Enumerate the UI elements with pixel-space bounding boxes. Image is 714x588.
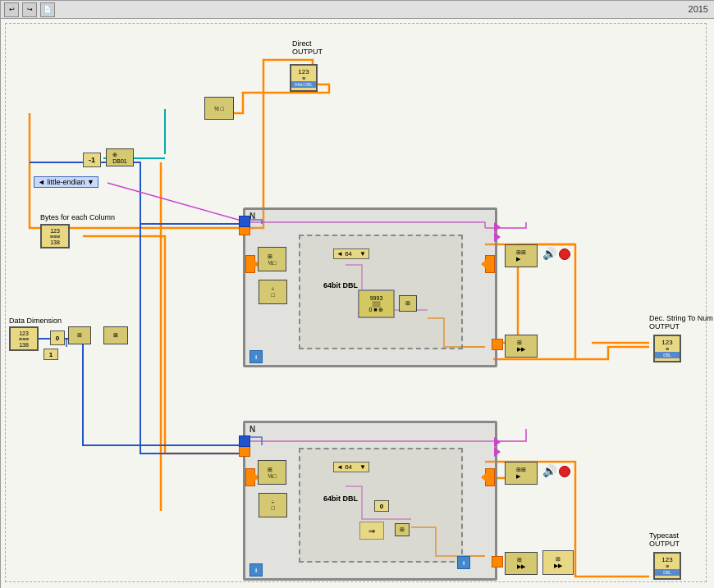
zero-constant-1: 0 (50, 330, 65, 345)
zero-constant-2: 0 (374, 500, 389, 512)
64-dropdown-2[interactable]: ◄ 64 ▼ (333, 462, 369, 472)
right-func-1: ⊞⊞▶ (505, 244, 538, 267)
dbl-label-1: 64bit DBL (323, 281, 358, 289)
iter-func-2: ⊞▶▶ (505, 552, 538, 575)
toolbar: ↩ ↪ 📄 2015 (1, 1, 714, 19)
undo-button[interactable]: ↩ (4, 2, 19, 17)
shift-reg-right-2 (485, 468, 495, 486)
iter-terminal-2: i (249, 563, 263, 577)
func-block-2b: ÷□ (259, 493, 287, 517)
dec-output-block: 123 ≡ DBL (653, 335, 681, 362)
iter-func-1: ⊞▶▶ (505, 335, 538, 358)
shift-reg-left-2 (245, 468, 255, 486)
numeric-display-1: 9993▒▒0 ■ ⊕ (358, 289, 395, 318)
dbl-label-2: 64bit DBL (323, 495, 358, 503)
i-terminal-bottom: i (457, 556, 470, 569)
shift-reg-left-1 (245, 255, 255, 273)
connector-block-2: ⊠ (103, 326, 128, 344)
direct-output-block: 123 ≡ 64bit DBL (290, 64, 318, 92)
stop-btn-1[interactable] (559, 248, 570, 260)
inner-connector-2: ⊞ (395, 523, 410, 536)
one-constant: 1 (43, 349, 58, 360)
orange-tunnel-3 (239, 445, 250, 457)
pink-tri-bot-right (494, 437, 501, 447)
neg1-constant: -1 (83, 153, 101, 167)
shift-reg-right-1 (485, 255, 495, 273)
data-dim-block: 123≡≡≡138 (9, 326, 39, 351)
speaker-icon-1: 🔊 (542, 247, 556, 260)
inner-connector-1: ⊞ (399, 295, 417, 312)
direct-label: Direct OUTPUT (292, 39, 323, 56)
bytes-block: 123≡≡≡138 (40, 224, 70, 248)
stop-btn-2[interactable] (559, 466, 570, 477)
orange-tunnel-4 (492, 556, 503, 567)
func-block-1a: ⊞½□ (258, 247, 286, 271)
dbl01-block: ⊕DB01 (106, 148, 134, 166)
file-button[interactable]: 📄 (40, 2, 55, 17)
right-func-2: ⊞⊞▶ (505, 462, 538, 485)
n-label-1: N (249, 212, 255, 221)
pink-tri-top-right (494, 222, 501, 232)
pink-tri-top-right-2 (494, 232, 501, 242)
iter-terminal-1: i (249, 350, 263, 363)
year-label: 2015 (689, 4, 708, 14)
inner-box-1: ◄ 64 ▼ 64bit DBL 9993▒▒0 ■ ⊕ ⊞ (299, 235, 463, 349)
data-dim-label: Data Dimension (9, 317, 62, 325)
64-dropdown-1[interactable]: ◄ 64 ▼ (333, 248, 369, 259)
inner-box-2: ◄ 64 ▼ 64bit DBL 0 ⇒ ⊞ (299, 448, 463, 563)
top-for-loop: N i ◄ 64 ▼ 64bit DBL (243, 207, 497, 367)
orange-tunnel-2 (492, 339, 503, 350)
blue-tunnel-1 (239, 216, 250, 227)
func-block-1b: ÷□ (259, 280, 287, 304)
canvas-area: Direct OUTPUT 123 ≡ 64bit DBL ½ □ -1 ⊕DB… (1, 19, 714, 588)
speaker-icon-2: 🔊 (542, 464, 556, 477)
n-label-2: N (249, 425, 255, 434)
func-block-2a: ⊞½□ (258, 460, 286, 485)
main-canvas: ↩ ↪ 📄 2015 (0, 0, 714, 588)
connector-block-1: ⊞ (68, 326, 91, 344)
redo-button[interactable]: ↪ (22, 2, 37, 17)
typecast-output-block: 123 ≡ DBL (653, 552, 681, 580)
endian-dropdown[interactable]: ◄ little-endian ▼ (34, 176, 98, 188)
typecast-block: ⇒ (359, 522, 384, 540)
type-block-1: ½ □ (204, 97, 234, 120)
bytes-label: Bytes for each Column (40, 213, 115, 221)
typecast-label: Typecast OUTPUT (649, 531, 680, 548)
blue-tunnel-2 (239, 435, 250, 447)
pink-tri-bot-right-2 (494, 447, 501, 457)
iter-block-bottom: ⊞▶▶ (542, 550, 574, 575)
dec-string-label: Dec. String To Num OUTPUT (649, 314, 713, 330)
